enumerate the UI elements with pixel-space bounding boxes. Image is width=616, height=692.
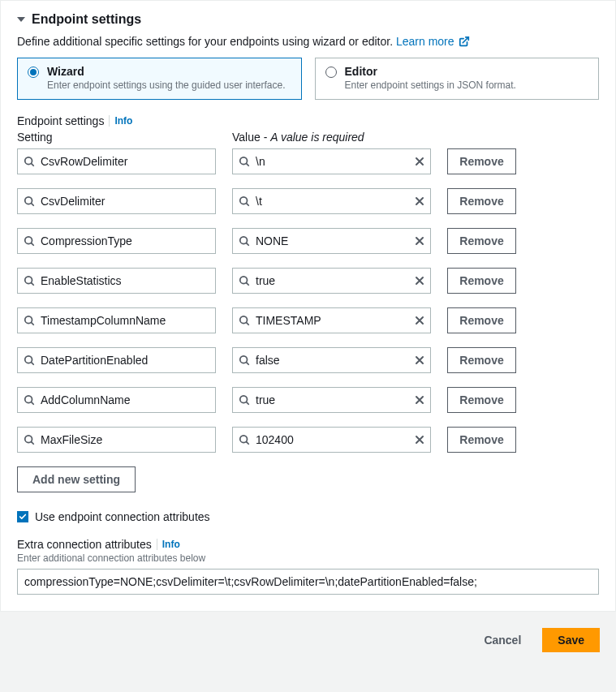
setting-name-input[interactable]	[17, 307, 216, 333]
learn-more-link[interactable]: Learn more	[396, 35, 470, 48]
radio-editor[interactable]	[325, 67, 337, 78]
clear-icon[interactable]	[413, 393, 426, 406]
setting-value-input[interactable]	[232, 387, 431, 413]
setting-input-wrap	[17, 387, 216, 413]
setting-input-wrap	[17, 148, 216, 174]
remove-button[interactable]: Remove	[447, 188, 516, 214]
remove-button[interactable]: Remove	[447, 228, 516, 254]
setting-row: Remove	[17, 228, 599, 254]
clear-icon[interactable]	[413, 433, 426, 446]
mode-selector: Wizard Enter endpoint settings using the…	[17, 58, 599, 100]
setting-name-input[interactable]	[17, 268, 216, 294]
settings-section-header: Endpoint settings Info	[17, 114, 599, 127]
columns-header: Setting Value - A value is required	[17, 131, 599, 144]
setting-row: Remove	[17, 268, 599, 294]
setting-row: Remove	[17, 427, 599, 453]
remove-button[interactable]: Remove	[447, 387, 516, 413]
remove-button[interactable]: Remove	[447, 427, 516, 453]
value-input-wrap	[232, 228, 431, 254]
cancel-button[interactable]: Cancel	[472, 629, 532, 651]
setting-value-input[interactable]	[232, 427, 431, 453]
extra-attributes-input[interactable]	[17, 569, 599, 595]
extra-attributes-header: Extra connection attributes Info	[17, 538, 599, 551]
mode-wizard-label: Wizard	[47, 65, 286, 78]
value-input-wrap	[232, 148, 431, 174]
value-header-prefix: Value -	[232, 131, 270, 144]
mode-wizard-card[interactable]: Wizard Enter endpoint settings using the…	[17, 58, 302, 100]
setting-value-input[interactable]	[232, 188, 431, 214]
setting-name-input[interactable]	[17, 188, 216, 214]
panel-description: Define additional specific settings for …	[17, 35, 599, 49]
setting-row: Remove	[17, 148, 599, 174]
setting-value-input[interactable]	[232, 148, 431, 174]
learn-more-text: Learn more	[396, 35, 454, 48]
setting-input-wrap	[17, 307, 216, 333]
value-input-wrap	[232, 387, 431, 413]
add-new-setting-button[interactable]: Add new setting	[17, 466, 136, 492]
panel-title: Endpoint settings	[32, 12, 141, 27]
use-connection-attributes-label: Use endpoint connection attributes	[35, 510, 210, 523]
setting-input-wrap	[17, 268, 216, 294]
setting-row: Remove	[17, 387, 599, 413]
setting-input-wrap	[17, 427, 216, 453]
clear-icon[interactable]	[413, 274, 426, 287]
setting-input-wrap	[17, 228, 216, 254]
settings-info-link[interactable]: Info	[114, 115, 132, 127]
footer: Cancel Save	[0, 612, 616, 668]
setting-value-input[interactable]	[232, 307, 431, 333]
panel-header[interactable]: Endpoint settings	[17, 12, 599, 27]
value-column-header: Value - A value is required	[232, 131, 364, 144]
divider	[109, 115, 110, 127]
value-input-wrap	[232, 427, 431, 453]
setting-value-input[interactable]	[232, 228, 431, 254]
setting-input-wrap	[17, 347, 216, 373]
mode-editor-label: Editor	[345, 65, 516, 78]
mode-editor-desc: Enter endpoint settings in JSON format.	[345, 80, 516, 91]
setting-name-input[interactable]	[17, 387, 216, 413]
caret-down-icon	[17, 17, 25, 22]
endpoint-settings-panel: Endpoint settings Define additional spec…	[0, 0, 616, 612]
value-input-wrap	[232, 347, 431, 373]
extra-attributes-info-link[interactable]: Info	[162, 539, 180, 550]
setting-name-input[interactable]	[17, 148, 216, 174]
clear-icon[interactable]	[413, 314, 426, 327]
clear-icon[interactable]	[413, 354, 426, 367]
divider	[157, 539, 157, 550]
extra-attributes-desc: Enter additional connection attributes b…	[17, 552, 599, 564]
value-header-required: A value is required	[270, 131, 364, 144]
extra-attributes-title: Extra connection attributes	[17, 538, 152, 551]
radio-wizard[interactable]	[28, 67, 39, 78]
value-input-wrap	[232, 307, 431, 333]
settings-rows-container: RemoveRemoveRemoveRemoveRemoveRemoveRemo…	[17, 148, 599, 453]
clear-icon[interactable]	[413, 195, 426, 208]
setting-name-input[interactable]	[17, 347, 216, 373]
setting-row: Remove	[17, 347, 599, 373]
settings-section-title: Endpoint settings	[17, 114, 104, 127]
clear-icon[interactable]	[413, 155, 426, 168]
clear-icon[interactable]	[413, 234, 426, 247]
setting-value-input[interactable]	[232, 268, 431, 294]
setting-name-input[interactable]	[17, 427, 216, 453]
setting-name-input[interactable]	[17, 228, 216, 254]
setting-row: Remove	[17, 307, 599, 333]
setting-column-header: Setting	[17, 131, 216, 144]
mode-wizard-desc: Enter endpoint settings using the guided…	[47, 80, 286, 91]
value-input-wrap	[232, 188, 431, 214]
setting-input-wrap	[17, 188, 216, 214]
remove-button[interactable]: Remove	[447, 307, 516, 333]
use-connection-attributes-checkbox[interactable]	[17, 511, 28, 522]
setting-row: Remove	[17, 188, 599, 214]
setting-value-input[interactable]	[232, 347, 431, 373]
remove-button[interactable]: Remove	[447, 268, 516, 294]
mode-editor-card[interactable]: Editor Enter endpoint settings in JSON f…	[315, 58, 600, 100]
value-input-wrap	[232, 268, 431, 294]
remove-button[interactable]: Remove	[447, 148, 516, 174]
use-connection-attributes-row: Use endpoint connection attributes	[17, 510, 599, 523]
external-link-icon	[459, 36, 470, 49]
description-text: Define additional specific settings for …	[17, 35, 393, 48]
save-button[interactable]: Save	[542, 628, 600, 652]
remove-button[interactable]: Remove	[447, 347, 516, 373]
